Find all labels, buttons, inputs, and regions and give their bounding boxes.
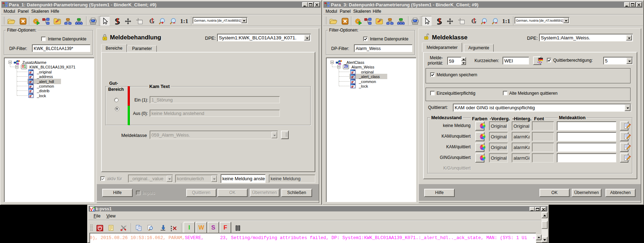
svg-text:V: V <box>90 207 93 211</box>
